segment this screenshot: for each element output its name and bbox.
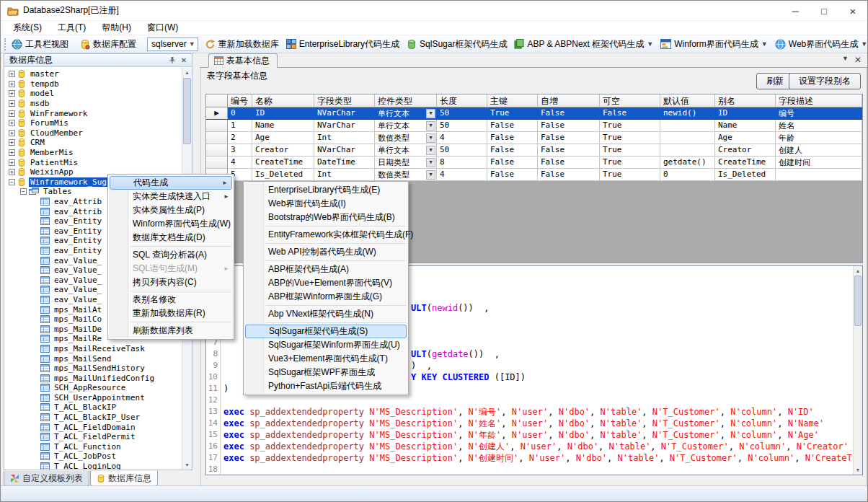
- submenu-item-ABP框架代码生成(A)[interactable]: ABP框架代码生成(A): [244, 263, 407, 276]
- control-type-combo-cell[interactable]: 数值类型▼: [375, 169, 437, 181]
- maximize-button[interactable]: □: [810, 1, 838, 21]
- code-scrollbar[interactable]: ▲ ▼: [853, 266, 862, 475]
- grid-row[interactable]: 3CreatorNVarChar单行文本▼50FalseFalseTrueCre…: [206, 144, 862, 157]
- tree-item-CloudMember[interactable]: +CloudMember: [4, 128, 182, 138]
- submenu-item-Abp VNext框架代码生成(N)[interactable]: Abp VNext框架代码生成(N): [244, 307, 407, 321]
- context-menu-item-表别名修改[interactable]: 表别名修改: [109, 293, 233, 307]
- context-menu-item-实体类属性生成(P)[interactable]: 实体类属性生成(P): [109, 203, 233, 217]
- tree-item-mps_MailSendHistory[interactable]: mps_MailSendHistory: [4, 364, 182, 374]
- submenu-item-SqlSugar框架Winform界面生成(U)[interactable]: SqlSugar框架Winform界面生成(U): [244, 338, 407, 352]
- tree-item-T_ACL_BlackIP_User[interactable]: T_ACL_BlackIP_User: [4, 413, 182, 423]
- tab-dropdown-icon[interactable]: ▼: [842, 55, 849, 65]
- column-header-长度[interactable]: 长度: [437, 94, 487, 107]
- scroll-thumb[interactable]: [854, 276, 862, 326]
- toolbar-view-button[interactable]: 工具栏视图: [8, 37, 72, 52]
- submenu-item-Web界面代码生成(I)[interactable]: Web界面代码生成(I): [244, 197, 407, 211]
- database-type-combobox[interactable]: sqlserver▼: [147, 38, 198, 51]
- menu-工具(T)[interactable]: 工具(T): [50, 20, 94, 35]
- tree-item-ForumMis[interactable]: +ForumMis: [4, 118, 182, 128]
- panel-tab-自定义模板列表[interactable]: 自定义模板列表: [4, 471, 89, 486]
- tree-item-MemberMis[interactable]: +MemberMis: [4, 148, 182, 158]
- submenu-item-ABP框架Winform界面生成(G)[interactable]: ABP框架Winform界面生成(G): [244, 290, 407, 304]
- chevron-down-icon[interactable]: ▼: [861, 40, 867, 48]
- minimize-button[interactable]: ─: [781, 1, 810, 21]
- combo-dropdown-icon[interactable]: ▼: [426, 121, 435, 131]
- tree-expander[interactable]: +: [9, 149, 15, 156]
- row-selector[interactable]: [206, 144, 228, 157]
- combo-dropdown-icon[interactable]: ▼: [426, 109, 435, 118]
- row-selector[interactable]: [206, 157, 228, 169]
- column-header-默认值[interactable]: 默认值: [660, 94, 715, 107]
- tree-item-PatientMis[interactable]: +PatientMis: [4, 157, 182, 167]
- close-button[interactable]: ×: [838, 1, 867, 21]
- scroll-thumb[interactable]: [183, 78, 191, 144]
- tree-item-master[interactable]: +master: [4, 69, 182, 79]
- pin-icon[interactable]: [169, 56, 179, 64]
- submenu-item-EnterpriseLibrary代码生成(E)[interactable]: EnterpriseLibrary代码生成(E): [244, 183, 407, 197]
- context-menu-item-代码生成[interactable]: 代码生成►: [110, 176, 232, 190]
- row-selector[interactable]: ▶: [206, 107, 228, 120]
- reload-database-button[interactable]: 重新加载数据库: [201, 37, 283, 52]
- chevron-down-icon[interactable]: ▼: [761, 40, 768, 48]
- tree-item-SCH_AppResource[interactable]: SCH_AppResource: [4, 383, 182, 393]
- combo-dropdown-icon[interactable]: ▼: [426, 170, 435, 180]
- tree-expander[interactable]: +: [9, 139, 15, 146]
- set-field-alias-button[interactable]: 设置字段别名: [789, 73, 861, 89]
- tree-item-CRM[interactable]: +CRM: [4, 138, 182, 148]
- context-menu-item-SQL语句生成(M)[interactable]: SQL语句生成(M)►: [109, 262, 233, 276]
- menu-窗口(W)[interactable]: 窗口(W): [139, 20, 186, 35]
- database-config-button[interactable]: 数据库配置: [76, 37, 140, 52]
- tree-item-model[interactable]: +model: [4, 89, 182, 99]
- tree-item-msdb[interactable]: +msdb: [4, 99, 182, 109]
- column-header-别名[interactable]: 别名: [715, 94, 776, 107]
- scroll-up-icon[interactable]: ▲: [854, 266, 862, 276]
- grid-row[interactable]: 4CreateTimeDateTime日期类型▼8FalseFalseTrueg…: [206, 157, 862, 169]
- tree-item-mps_MailReceiveTask[interactable]: mps_MailReceiveTask: [4, 344, 182, 354]
- menu-系统(S)[interactable]: 系统(S): [5, 20, 50, 35]
- context-menu-item-数据库文档生成(D)[interactable]: 数据库文档生成(D): [109, 231, 233, 245]
- tree-expander[interactable]: −: [20, 188, 27, 195]
- tree-item-mps_MailSend[interactable]: mps_MailSend: [4, 353, 182, 364]
- tree-expander[interactable]: +: [9, 71, 15, 77]
- context-menu-item-拷贝列表内容(C)[interactable]: 拷贝列表内容(C): [109, 276, 233, 289]
- scroll-down-icon[interactable]: ▼: [854, 465, 862, 475]
- context-menu-item-重新加载数据库(R)[interactable]: 重新加载数据库(R): [109, 307, 233, 320]
- panel-close-icon[interactable]: ✕: [179, 56, 189, 64]
- tree-item-WinFramework[interactable]: +WinFramework: [4, 108, 182, 118]
- web-gen-button[interactable]: Web界面代码生成▼: [771, 37, 868, 52]
- tree-expander[interactable]: +: [9, 169, 15, 175]
- row-selector[interactable]: [206, 132, 228, 144]
- control-type-combo-cell[interactable]: 单行文本▼: [375, 120, 437, 132]
- tree-expander[interactable]: +: [9, 110, 15, 117]
- scroll-down-icon[interactable]: ▼: [182, 460, 192, 470]
- winform-gen-button[interactable]: Winform界面代码生成▼: [657, 37, 771, 52]
- menu-帮助(H)[interactable]: 帮助(H): [94, 20, 139, 35]
- tab-table-basic-info[interactable]: 表基本信息: [208, 53, 278, 68]
- submenu-item-Web API控制器代码生成(W)[interactable]: Web API控制器代码生成(W): [244, 245, 407, 259]
- chevron-down-icon[interactable]: ▼: [187, 40, 198, 48]
- tree-item-T_ACL_LoginLog[interactable]: T_ACL_LoginLog: [4, 462, 182, 470]
- tree-expander[interactable]: +: [9, 90, 15, 97]
- sqlsugar-gen-button[interactable]: SqlSugar框架代码生成: [403, 37, 510, 52]
- tree-expander[interactable]: −: [9, 179, 15, 185]
- column-header-编号[interactable]: 编号: [228, 94, 252, 107]
- submenu-item-ABP的Vue+Element界面代码(V)[interactable]: ABP的Vue+Element界面代码(V): [244, 276, 407, 290]
- context-menu-item-Winform界面代码生成(W)[interactable]: Winform界面代码生成(W): [109, 217, 233, 231]
- tree-expander[interactable]: +: [9, 100, 15, 107]
- column-header-字段类型[interactable]: 字段类型: [314, 94, 375, 107]
- submenu-item-Bootstrap的Web界面代码生成(B)[interactable]: Bootstrap的Web界面代码生成(B): [244, 211, 407, 224]
- column-header-可空[interactable]: 可空: [600, 94, 660, 107]
- panel-tab-数据库信息[interactable]: 数据库信息: [90, 471, 158, 486]
- tree-item-T_ACL_Function[interactable]: T_ACL_Function: [4, 442, 182, 452]
- grid-row[interactable]: 2AgeInt数值类型▼4FalseFalseTrueAge年龄: [206, 132, 862, 144]
- context-menu-item-实体类生成快速入口[interactable]: 实体类生成快速入口►: [109, 190, 233, 203]
- combo-dropdown-icon[interactable]: ▼: [426, 158, 435, 167]
- column-header-名称[interactable]: 名称: [252, 94, 314, 107]
- tree-item-T_ACL_FieldDomain[interactable]: T_ACL_FieldDomain: [4, 422, 182, 432]
- tree-expander[interactable]: +: [9, 159, 15, 166]
- control-type-combo-cell[interactable]: 单行文本▼: [375, 107, 437, 120]
- tree-item-tempdb[interactable]: +tempdb: [4, 79, 182, 89]
- tree-item-mps_MailUnifiedConfig[interactable]: mps_MailUnifiedConfig: [4, 373, 182, 383]
- submenu-item-Vue3+Element界面代码生成(T)[interactable]: Vue3+Element界面代码生成(T): [244, 352, 407, 366]
- tree-item-T_ACL_BlackIP[interactable]: T_ACL_BlackIP: [4, 402, 182, 413]
